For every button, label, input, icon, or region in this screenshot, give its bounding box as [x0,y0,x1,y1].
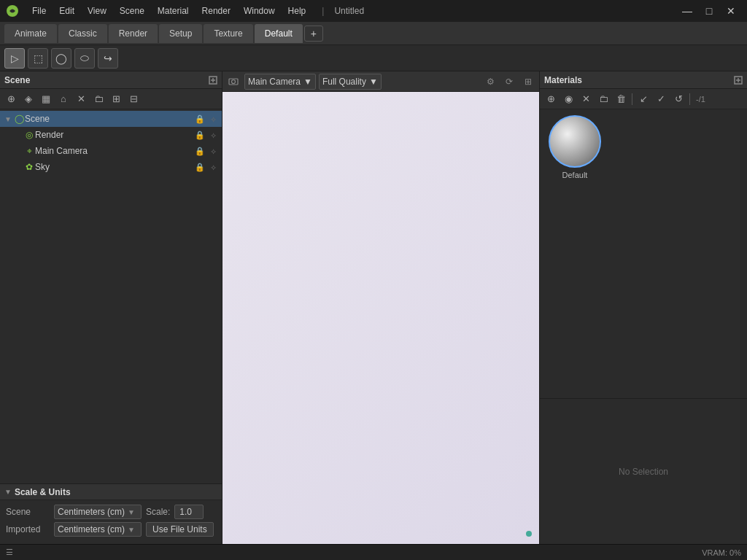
lock-icon-4: 🔒 [194,161,206,173]
menu-item-edit[interactable]: Edit [53,4,80,18]
scene-unit-label: Scene [6,507,50,517]
folder-material-btn[interactable]: 🗀 [595,91,611,107]
viewport-bar: Main Camera ▼ Full Quality ▼ ⚙ ⟳ ⊞ [222,71,539,92]
scene-tag-btn[interactable]: ◈ [20,91,36,107]
camera-node-icon: ⌖ [23,145,35,157]
scale-units-content: Scene Centimeters (cm) ▼ Scale: Imported… [0,500,222,544]
delete-material-btn[interactable]: 🗑 [613,91,629,107]
browse-material-btn[interactable]: ◉ [560,91,576,107]
refresh-material-btn[interactable]: ↺ [670,91,686,107]
materials-expand-icon [734,76,743,85]
rect-select-tool[interactable]: ⬚ [28,48,48,69]
tree-item-sky[interactable]: ✿ Sky 🔒 ⟡ [0,159,222,175]
viewport-area: Main Camera ▼ Full Quality ▼ ⚙ ⟳ ⊞ [222,71,539,544]
link-icon-4: ⟡ [207,161,219,173]
scene-add-btn[interactable]: ⊕ [3,91,19,107]
viewport-settings-btn[interactable]: ⚙ [482,74,498,90]
minimize-button[interactable]: — [677,4,697,18]
quality-dropdown[interactable]: Full Quality ▼ [319,74,382,90]
materials-toolbar: ⊕ ◉ ✕ 🗀 🗑 ↙ ✓ ↺ -/1 [540,89,747,109]
imported-unit-dropdown-arrow: ▼ [128,526,135,534]
imported-unit-row: Imported Centimeters (cm) ▼ Use File Uni… [6,522,216,537]
selection-content: No Selection [540,399,747,544]
import-material-btn[interactable]: ↙ [635,91,651,107]
svg-point-3 [232,79,236,83]
scene-delete-btn[interactable]: ✕ [73,91,89,107]
tree-expand-scene: ▼ [4,115,13,123]
link-icon: ⟡ [207,113,219,125]
quality-dropdown-value: Full Quality [322,77,366,87]
maximize-button[interactable]: □ [699,4,719,18]
left-panel: Scene ⊕ ◈ ▦ ⌂ ✕ 🗀 ⊞ ⊟ ▼ [0,71,222,544]
menu-item-scene[interactable]: Scene [114,4,150,18]
tab-add-button[interactable]: + [304,26,323,42]
imported-unit-value: Centimeters (cm) [58,524,125,534]
menu-item-material[interactable]: Material [152,4,195,18]
tree-item-camera[interactable]: ⌖ Main Camera 🔒 ⟡ [0,143,222,159]
use-file-units-button[interactable]: Use File Units [146,522,214,537]
circle-select-tool[interactable]: ◯ [51,48,71,69]
scene-node-label: Scene [25,114,194,124]
titlebar: FileEditViewSceneMaterialRenderWindowHel… [0,0,747,22]
scene-grid-minus-btn[interactable]: ⊟ [125,91,142,107]
lock-icon-3: 🔒 [194,145,206,157]
app-icon [6,4,19,18]
statusbar-left-icon: ☰ [6,548,13,557]
tab-classic[interactable]: Classic [58,24,107,43]
scale-value-input[interactable] [174,505,204,519]
render-node-actions: 🔒 ⟡ [194,129,222,141]
titlebar-separator: | [322,6,324,16]
scene-unit-dropdown[interactable]: Centimeters (cm) ▼ [54,505,142,519]
materials-panel-title: Materials [544,75,582,85]
viewport-camera-icon-btn[interactable] [225,74,241,90]
menu-item-file[interactable]: File [26,4,52,18]
scene-house-btn[interactable]: ⌂ [55,91,71,107]
selection-panel: No Selection [540,398,747,544]
lock-icon-2: 🔒 [194,129,206,141]
select-tool[interactable]: ▷ [4,48,25,69]
menu-item-render[interactable]: Render [196,4,236,18]
tab-texture[interactable]: Texture [204,24,252,43]
lasso-select-tool[interactable]: ⬭ [74,48,95,69]
tree-item-render[interactable]: ◎ Render 🔒 ⟡ [0,127,222,143]
menu-item-window[interactable]: Window [238,4,281,18]
render-node-label: Render [35,130,194,140]
scene-panel: Scene ⊕ ◈ ▦ ⌂ ✕ 🗀 ⊞ ⊟ ▼ [0,71,222,483]
material-sphere-default [549,115,601,168]
sky-node-label: Sky [35,162,194,172]
menu-item-help[interactable]: Help [282,4,312,18]
statusbar-vram: VRAM: 0% [702,548,741,557]
viewport-canvas [222,92,539,544]
menu-item-view[interactable]: View [82,4,112,18]
scene-toolbar: ⊕ ◈ ▦ ⌂ ✕ 🗀 ⊞ ⊟ [0,89,222,109]
right-panel: Materials ⊕ ◉ ✕ 🗀 🗑 ↙ ✓ ↺ -/1 Default [539,71,747,544]
scene-folder-btn[interactable]: 🗀 [90,91,107,107]
tab-default[interactable]: Default [255,24,303,43]
path-tool[interactable]: ↪ [98,48,118,69]
scale-units-header[interactable]: ▼ Scale & Units [0,484,222,500]
imported-unit-dropdown[interactable]: Centimeters (cm) ▼ [54,522,142,537]
scale-units-title: Scale & Units [15,487,71,497]
tree-item-scene[interactable]: ▼ ◯ Scene 🔒 ⟡ [0,111,222,127]
viewport-refresh-btn[interactable]: ⟳ [501,74,517,90]
titlebar-controls: — □ ✕ [677,4,741,18]
clear-material-btn[interactable]: ✕ [578,91,594,107]
scene-shape-btn[interactable]: ▦ [38,91,54,107]
scale-toggle-icon: ▼ [4,488,12,496]
close-button[interactable]: ✕ [721,4,741,18]
viewport-grid-btn[interactable]: ⊞ [520,74,536,90]
toolbar: ▷⬚◯⬭↪ [0,45,747,71]
tab-animate[interactable]: Animate [4,24,57,43]
camera-dropdown[interactable]: Main Camera ▼ [244,74,316,90]
add-material-btn[interactable]: ⊕ [543,91,559,107]
camera-node-actions: 🔒 ⟡ [194,145,222,157]
no-selection-text: No Selection [619,467,668,477]
check-material-btn[interactable]: ✓ [653,91,669,107]
tab-render[interactable]: Render [109,24,158,43]
imported-unit-label: Imported [6,524,50,534]
tab-setup[interactable]: Setup [159,24,202,43]
scene-grid-plus-btn[interactable]: ⊞ [108,91,124,107]
titlebar-left: FileEditViewSceneMaterialRenderWindowHel… [6,4,364,18]
material-item-default[interactable]: Default [546,115,604,179]
camera-dropdown-value: Main Camera [248,77,301,87]
